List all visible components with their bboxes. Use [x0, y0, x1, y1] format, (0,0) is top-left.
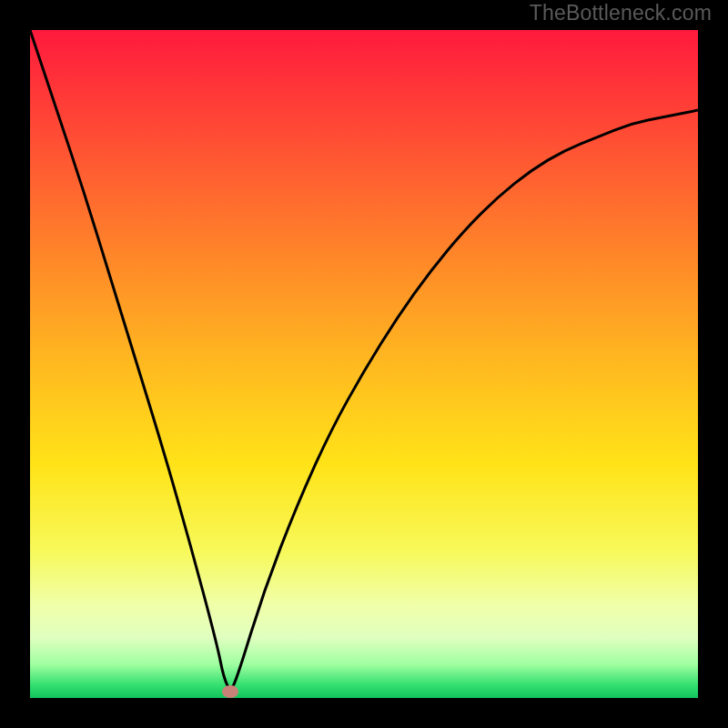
bottleneck-curve [30, 30, 698, 698]
curve-path [30, 30, 698, 688]
chart-frame: TheBottleneck.com [0, 0, 728, 728]
plot-area [30, 30, 698, 698]
watermark-text: TheBottleneck.com [530, 1, 712, 25]
optimal-point-marker [222, 685, 238, 698]
